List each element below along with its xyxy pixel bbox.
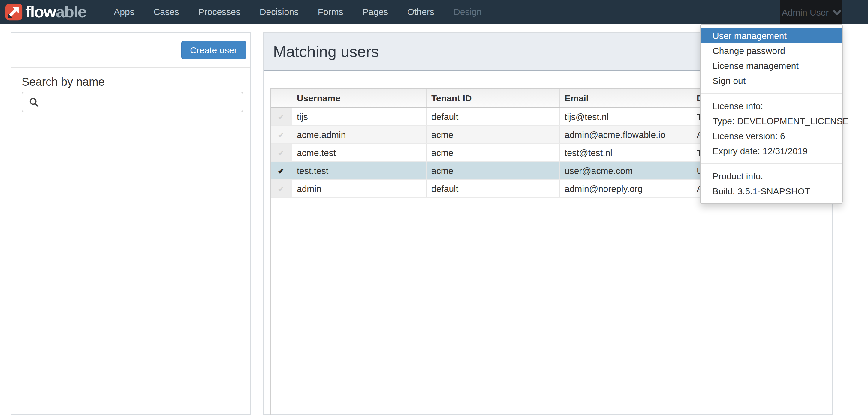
- license-version: License version: 6: [701, 128, 842, 143]
- nav-item-processes[interactable]: Processes: [189, 0, 250, 24]
- product-info-heading: Product info:: [701, 169, 842, 183]
- cell-tenant: default: [426, 179, 559, 197]
- top-navbar: flowable Apps Cases Processes Decisions …: [0, 0, 868, 24]
- cell-username: acme.test: [292, 143, 426, 161]
- search-icon: [29, 97, 39, 107]
- cell-tenant: acme: [426, 161, 559, 179]
- nav-item-cases[interactable]: Cases: [144, 0, 189, 24]
- user-menu-label: Admin User: [782, 7, 829, 17]
- search-heading: Search by name: [22, 76, 250, 89]
- cell-username: tijs: [292, 107, 426, 125]
- menu-item-sign-out[interactable]: Sign out: [701, 73, 842, 88]
- cell-email: tijs@test.nl: [559, 107, 691, 125]
- col-header-tenant: Tenant ID: [426, 89, 559, 107]
- brand-text: flowable: [25, 4, 86, 20]
- search-panel: Create user Search by name: [11, 32, 251, 415]
- menu-item-user-management[interactable]: User management: [701, 28, 842, 43]
- nav-item-apps[interactable]: Apps: [104, 0, 144, 24]
- cell-tenant: acme: [426, 125, 559, 143]
- check-icon: ✔: [278, 112, 284, 122]
- search-input[interactable]: [46, 92, 243, 111]
- search-addon: [22, 92, 46, 111]
- cell-email: test@test.nl: [559, 143, 691, 161]
- check-icon: ✔: [278, 148, 284, 158]
- nav-item-forms[interactable]: Forms: [308, 0, 353, 24]
- user-dropdown-menu: User management Change password License …: [700, 24, 843, 204]
- cell-email: user@acme.com: [559, 161, 691, 179]
- cell-username: admin: [292, 179, 426, 197]
- navbar-spacer: [491, 0, 780, 24]
- chevron-down-icon: [833, 10, 841, 15]
- check-icon: ✔: [278, 130, 284, 139]
- row-select-cell[interactable]: ✔: [271, 125, 292, 143]
- nav-item-design[interactable]: Design: [444, 0, 491, 24]
- cell-username: acme.admin: [292, 125, 426, 143]
- col-header-email: Email: [559, 89, 691, 107]
- search-panel-header: Create user: [11, 33, 250, 68]
- row-select-cell[interactable]: ✔: [271, 107, 292, 125]
- cell-email: admin@noreply.org: [559, 179, 691, 197]
- cell-username: test.test: [292, 161, 426, 179]
- cell-tenant: acme: [426, 143, 559, 161]
- col-header-username: Username: [292, 89, 426, 107]
- nav-item-decisions[interactable]: Decisions: [250, 0, 308, 24]
- nav-item-others[interactable]: Others: [398, 0, 444, 24]
- flowable-logo-icon: [5, 3, 23, 21]
- main-nav: Apps Cases Processes Decisions Forms Pag…: [104, 0, 491, 24]
- check-icon: ✔: [278, 184, 284, 194]
- menu-item-license-management[interactable]: License management: [701, 58, 842, 73]
- cell-email: admin@acme.flowable.io: [559, 125, 691, 143]
- product-build: Build: 3.5.1-SNAPSHOT: [701, 183, 842, 199]
- license-type: Type: DEVELOPMENT_LICENSE: [701, 113, 842, 128]
- license-info-heading: License info:: [701, 98, 842, 113]
- check-icon: ✔: [278, 166, 284, 175]
- col-header-check: [271, 89, 292, 107]
- navbar-tail: [842, 0, 868, 24]
- cell-tenant: default: [426, 107, 559, 125]
- row-select-cell[interactable]: ✔: [271, 161, 292, 179]
- page-title: Matching users: [273, 42, 379, 61]
- row-select-cell[interactable]: ✔: [271, 143, 292, 161]
- row-select-cell[interactable]: ✔: [271, 179, 292, 197]
- search-input-group: [22, 92, 243, 112]
- flowable-admin-app: flowable Apps Cases Processes Decisions …: [0, 0, 868, 415]
- menu-divider: [701, 93, 842, 94]
- menu-divider: [701, 163, 842, 164]
- create-user-button[interactable]: Create user: [181, 41, 246, 59]
- flowable-logo[interactable]: flowable: [0, 0, 92, 24]
- menu-item-change-password[interactable]: Change password: [701, 43, 842, 58]
- nav-item-pages[interactable]: Pages: [353, 0, 398, 24]
- user-menu-toggle[interactable]: Admin User: [780, 0, 842, 24]
- license-expiry: Expiry date: 12/31/2019: [701, 143, 842, 158]
